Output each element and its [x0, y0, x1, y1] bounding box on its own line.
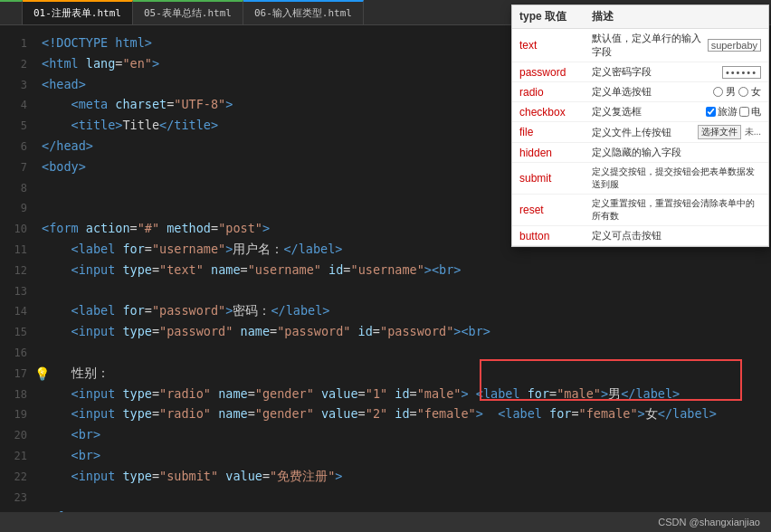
popup-type-password: password: [519, 66, 592, 79]
type-popup: type 取值 描述 text 默认值，定义单行的输入字段 superbaby …: [511, 5, 769, 247]
popup-desc-checkbox: 定义复选框: [592, 105, 702, 119]
popup-type-radio: radio: [519, 86, 592, 99]
popup-row-button: button 定义可点击按钮: [512, 226, 768, 246]
tab-label: 06-输入框类型.html: [254, 6, 352, 20]
code-line-17: 17 💡 性别：: [0, 363, 771, 384]
code-line-18: 18 <input type="radio" name="gender" val…: [0, 384, 771, 404]
tab-form-summary[interactable]: 05-表单总结.html: [133, 0, 243, 25]
popup-col-type-header: type 取值: [519, 9, 592, 24]
status-label: CSDN @shangxianjiao: [658, 517, 760, 527]
popup-row-hidden: hidden 定义隐藏的输入字段: [512, 143, 768, 163]
code-line-22: 22 <input type="submit" value="免费注册">: [0, 466, 771, 487]
popup-desc-submit: 定义提交按钮，提交按钮会把表单数据发送到服: [592, 166, 761, 191]
popup-demo-file: 选择文件 未...: [698, 125, 761, 139]
popup-demo-radio: 男 女: [713, 85, 761, 99]
tab-label: 01-注册表单.html: [33, 6, 121, 20]
tab-label: 05-表单总结.html: [144, 6, 232, 20]
popup-type-text: text: [519, 39, 592, 52]
tab-input-type[interactable]: 06-输入框类型.html: [243, 0, 364, 25]
code-line-14: 14 <label for="password">密码：</label>: [0, 300, 771, 321]
popup-row-text: text 默认值，定义单行的输入字段 superbaby: [512, 29, 768, 62]
popup-demo-text: superbaby: [708, 39, 761, 52]
popup-row-submit: submit 定义提交按钮，提交按钮会把表单数据发送到服: [512, 163, 768, 195]
popup-type-hidden: hidden: [519, 147, 592, 159]
popup-col-desc-header: 描述: [592, 9, 761, 24]
popup-desc-reset: 定义重置按钮，重置按钮会清除表单中的所有数: [592, 197, 761, 223]
popup-row-radio: radio 定义单选按钮 男 女: [512, 82, 768, 102]
popup-header: type 取值 描述: [512, 5, 768, 29]
code-line-13: 13: [0, 280, 771, 301]
popup-demo-password: ••••••: [722, 66, 761, 79]
code-line-16: 16: [0, 342, 771, 363]
popup-type-submit: submit: [519, 172, 592, 185]
popup-row-checkbox: checkbox 定义复选框 旅游 电: [512, 102, 768, 122]
popup-desc-file: 定义文件上传按钮: [592, 126, 694, 139]
popup-desc-hidden: 定义隐藏的输入字段: [592, 146, 761, 159]
popup-row-password: password 定义密码字段 ••••••: [512, 62, 768, 82]
popup-desc-radio: 定义单选按钮: [592, 85, 709, 99]
editor-area: 01-注册表单.html 05-表单总结.html 06-输入框类型.html …: [0, 0, 771, 532]
popup-desc-button: 定义可点击按钮: [592, 229, 761, 242]
code-line-12: 12 <input type="text" name="username" id…: [0, 260, 771, 280]
code-line-19: 19 <input type="radio" name="gender" val…: [0, 404, 771, 424]
popup-type-file: file: [519, 126, 592, 138]
popup-type-button: button: [519, 230, 592, 242]
code-line-20: 20 <br>: [0, 424, 771, 445]
popup-desc-password: 定义密码字段: [592, 65, 719, 79]
popup-row-file: file 定义文件上传按钮 选择文件 未...: [512, 122, 768, 143]
tab-doctype[interactable]: [0, 0, 23, 25]
status-bar: CSDN @shangxianjiao: [0, 512, 771, 532]
tab-register[interactable]: 01-注册表单.html: [23, 0, 133, 25]
code-line-23: 23: [0, 487, 771, 508]
code-line-21: 21 <br>: [0, 445, 771, 466]
popup-demo-checkbox: 旅游 电: [706, 105, 761, 119]
popup-row-reset: reset 定义重置按钮，重置按钮会清除表单中的所有数: [512, 195, 768, 226]
code-line-15: 15 <input type="password" name="password…: [0, 321, 771, 342]
popup-type-reset: reset: [519, 204, 592, 216]
popup-desc-text: 默认值，定义单行的输入字段: [592, 32, 704, 59]
bulb-icon: 💡: [34, 364, 50, 385]
popup-type-checkbox: checkbox: [519, 106, 592, 119]
